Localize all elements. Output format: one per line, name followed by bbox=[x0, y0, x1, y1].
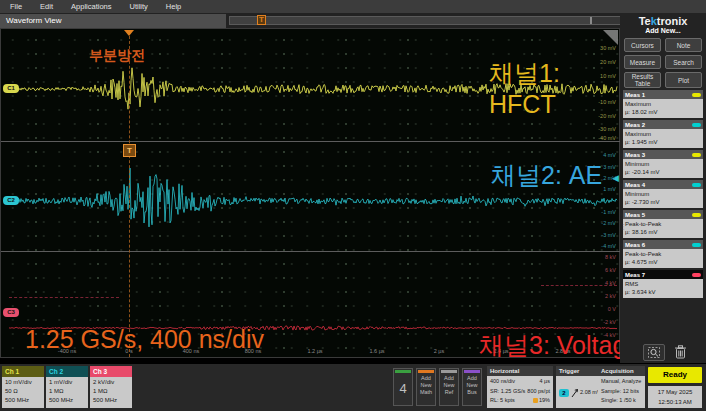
zoom-mode-button[interactable] bbox=[643, 344, 665, 361]
ch1-scale: 10 mV/div bbox=[5, 378, 41, 387]
channel1-marker[interactable]: C1 bbox=[3, 84, 19, 93]
threshold-line-left bbox=[9, 297, 119, 298]
add-new-ref-button[interactable]: Add New Ref bbox=[439, 368, 459, 406]
y-tick-label: 4 kV bbox=[605, 280, 616, 286]
annotation-sample-rate: 1.25 GS/s, 400 ns/div bbox=[25, 325, 264, 354]
ch4-button[interactable]: 4 bbox=[393, 368, 413, 406]
y-tick-label: -30 mV bbox=[598, 126, 616, 132]
acquisition-mode: Manual, Analyze bbox=[601, 377, 642, 387]
meas-value: µ: -20.14 mV bbox=[625, 168, 701, 176]
menu-edit[interactable]: Edit bbox=[40, 2, 53, 11]
meas-source-chip bbox=[692, 123, 701, 127]
horizontal-position: 19% bbox=[539, 397, 550, 403]
meas-type: Minimum bbox=[625, 190, 701, 198]
minimap-trigger-marker: T bbox=[257, 15, 266, 25]
ch1-name: Ch 1 bbox=[2, 366, 44, 377]
y-tick-label: 2 kV bbox=[605, 293, 616, 299]
meas-value: µ: 4.675 mV bbox=[625, 258, 701, 266]
meas-1-badge[interactable]: Meas 1 Maximumµ: 18.02 mV bbox=[623, 90, 703, 118]
y-tick-label: -1 mV bbox=[601, 209, 616, 215]
menu-applications[interactable]: Applications bbox=[71, 2, 111, 11]
meas-name: Meas 5 bbox=[625, 212, 645, 218]
trigger-position-icon[interactable] bbox=[124, 30, 134, 36]
y-tick-label: -3 mV bbox=[601, 232, 616, 238]
results-table-button[interactable]: Results Table bbox=[624, 72, 661, 88]
tab-waveform-view[interactable]: Waveform View bbox=[0, 14, 226, 28]
zoom-corner-handle-icon[interactable] bbox=[603, 30, 618, 45]
cursors-button[interactable]: Cursors bbox=[624, 38, 661, 52]
math-color-strip bbox=[418, 370, 434, 373]
y-tick-label: 4 mV bbox=[603, 152, 616, 158]
y-tick-label: -2 mV bbox=[601, 220, 616, 226]
channel2-marker[interactable]: C2 bbox=[3, 196, 19, 205]
y-tick-label: 3 mV bbox=[603, 164, 616, 170]
meas-6-badge[interactable]: Meas 6 Peak-to-Peakµ: 4.675 mV bbox=[623, 240, 703, 268]
acquisition-single: Single: 1 /50 k bbox=[601, 396, 642, 406]
channel3-marker[interactable]: C3 bbox=[3, 308, 19, 317]
ch3-bandwidth: 500 MHz bbox=[93, 396, 129, 405]
trash-icon bbox=[674, 345, 687, 359]
datetime-display: 17 May 2025 12:50:13 AM bbox=[648, 386, 702, 408]
results-sidebar: Tektronix Add New... Cursors Note Measur… bbox=[620, 13, 706, 363]
meas-source-chip bbox=[692, 273, 701, 277]
meas-type: Maximum bbox=[625, 130, 701, 138]
acquisition-badge[interactable]: Acquisition Manual, Analyze Sample: 12 b… bbox=[598, 366, 645, 408]
add-math-label: Add New Math bbox=[417, 375, 435, 396]
menu-help[interactable]: Help bbox=[166, 2, 181, 11]
settings-bar: Ch 1 10 mV/div 50 Ω 500 MHz Ch 2 1 mV/di… bbox=[0, 363, 706, 411]
x-tick-label: 2 µs bbox=[434, 348, 445, 354]
menu-bar: File Edit Applications Utility Help bbox=[0, 0, 706, 13]
ch4-color-strip bbox=[395, 370, 411, 373]
ch2-settings-badge[interactable]: Ch 2 1 mV/div 1 MΩ 500 MHz bbox=[46, 366, 88, 408]
y-tick-label: -2 kV bbox=[603, 319, 616, 325]
note-button[interactable]: Note bbox=[665, 38, 702, 52]
plot-button[interactable]: Plot bbox=[665, 72, 702, 88]
ch1-impedance: 50 Ω bbox=[5, 387, 41, 396]
meas-2-badge[interactable]: Meas 2 Maximumµ: 1.945 mV bbox=[623, 120, 703, 148]
meas-type: Maximum bbox=[625, 100, 701, 108]
meas-source-chip bbox=[692, 153, 701, 157]
meas-name: Meas 2 bbox=[625, 122, 645, 128]
acquisition-sample: Sample: 12 bits bbox=[601, 387, 642, 397]
horizontal-recordlength: RL: 5 kpts bbox=[490, 396, 515, 406]
meas-7-badge[interactable]: Meas 7 RMSµ: 3.634 kV bbox=[623, 270, 703, 298]
meas-3-badge[interactable]: Meas 3 Minimumµ: -20.14 mV bbox=[623, 150, 703, 178]
trash-button[interactable] bbox=[670, 344, 690, 359]
add-new-heading: Add New... bbox=[620, 27, 706, 34]
splitter-handle[interactable]: ⋮ bbox=[620, 225, 627, 229]
ch3-settings-badge[interactable]: Ch 3 2 kV/div 1 MΩ 500 MHz bbox=[90, 366, 132, 408]
trigger-position-line bbox=[129, 31, 130, 357]
ch1-settings-badge[interactable]: Ch 1 10 mV/div 50 Ω 500 MHz bbox=[2, 366, 44, 408]
meas-value: µ: 1.945 mV bbox=[625, 138, 701, 146]
meas-name: Meas 6 bbox=[625, 242, 645, 248]
warning-icon bbox=[533, 398, 538, 403]
annotation-channel2: 채널2: AE bbox=[491, 159, 602, 192]
search-button[interactable]: Search bbox=[665, 55, 702, 69]
meas-5-badge[interactable]: Meas 5 Peak-to-Peakµ: 38.16 mV bbox=[623, 210, 703, 238]
horizontal-samplerate: SR: 1.25 GS/s bbox=[490, 387, 525, 397]
horizontal-badge[interactable]: Horizontal 400 ns/div4 µs SR: 1.25 GS/s8… bbox=[487, 366, 553, 408]
date-text: 17 May 2025 bbox=[648, 387, 702, 397]
tektronix-logo: Tektronix bbox=[620, 15, 706, 27]
measure-button[interactable]: Measure bbox=[624, 55, 661, 69]
bus-color-strip bbox=[464, 370, 480, 373]
y-tick-label: -40 mV bbox=[598, 135, 616, 141]
meas-4-badge[interactable]: Meas 4 Minimumµ: -2.730 mV bbox=[623, 180, 703, 208]
trigger-flag-icon[interactable]: T bbox=[123, 144, 136, 157]
add-new-bus-button[interactable]: Add New Bus bbox=[462, 368, 482, 406]
ch2-impedance: 1 MΩ bbox=[49, 387, 85, 396]
meas-source-chip bbox=[692, 93, 701, 97]
minimap-window[interactable] bbox=[230, 17, 592, 24]
slice-separator-2 bbox=[1, 251, 621, 252]
annotation-partial-discharge: 부분방전 bbox=[89, 47, 145, 65]
add-new-math-button[interactable]: Add New Math bbox=[416, 368, 436, 406]
menu-file[interactable]: File bbox=[10, 2, 22, 11]
waveform-graticule[interactable]: T C1 C2 C3 ◀ 30 mV20 mV10 mV-10 mV-20 mV… bbox=[0, 28, 620, 358]
ch3-name: Ch 3 bbox=[90, 366, 132, 377]
ch2-scale: 1 mV/div bbox=[49, 378, 85, 387]
meas-type: RMS bbox=[625, 280, 701, 288]
horizontal-window: 4 µs bbox=[539, 377, 550, 387]
y-tick-label: 6 kV bbox=[605, 267, 616, 273]
menu-utility[interactable]: Utility bbox=[129, 2, 147, 11]
ch4-label: 4 bbox=[394, 374, 412, 404]
